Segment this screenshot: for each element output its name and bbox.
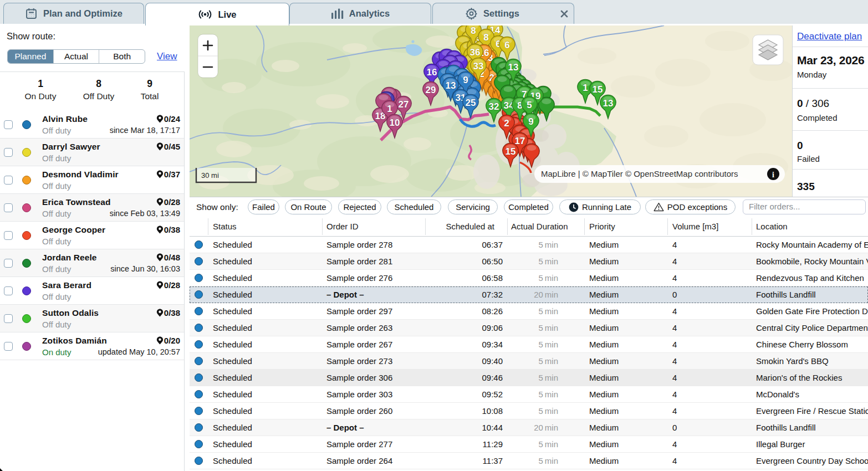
svg-text:15: 15 — [593, 84, 603, 95]
svg-text:13: 13 — [603, 98, 614, 109]
svg-text:36: 36 — [470, 47, 481, 58]
svg-text:8: 8 — [471, 25, 476, 36]
svg-text:27: 27 — [399, 99, 409, 110]
svg-text:1: 1 — [387, 104, 392, 114]
svg-text:2: 2 — [504, 118, 509, 129]
svg-text:13: 13 — [446, 80, 456, 91]
svg-text:25: 25 — [466, 98, 476, 108]
svg-text:8: 8 — [483, 32, 488, 43]
svg-text:9: 9 — [463, 75, 468, 85]
svg-text:1: 1 — [583, 83, 588, 93]
svg-text:17: 17 — [515, 136, 525, 146]
svg-text:6: 6 — [504, 40, 509, 50]
svg-text:29: 29 — [426, 85, 436, 95]
svg-text:5: 5 — [527, 100, 532, 110]
svg-text:15: 15 — [506, 146, 516, 157]
svg-text:i: i — [772, 171, 774, 179]
svg-text:16: 16 — [427, 67, 437, 78]
svg-text:MapLibre | © MapTiler © OpenSt: MapLibre | © MapTiler © OpenStreetMap co… — [541, 169, 738, 178]
svg-text:33: 33 — [473, 61, 484, 71]
svg-text:10: 10 — [390, 117, 400, 128]
svg-text:9: 9 — [528, 116, 533, 127]
svg-text:30 mi: 30 mi — [201, 171, 219, 180]
svg-text:32: 32 — [489, 101, 499, 112]
svg-text:13: 13 — [508, 62, 519, 73]
